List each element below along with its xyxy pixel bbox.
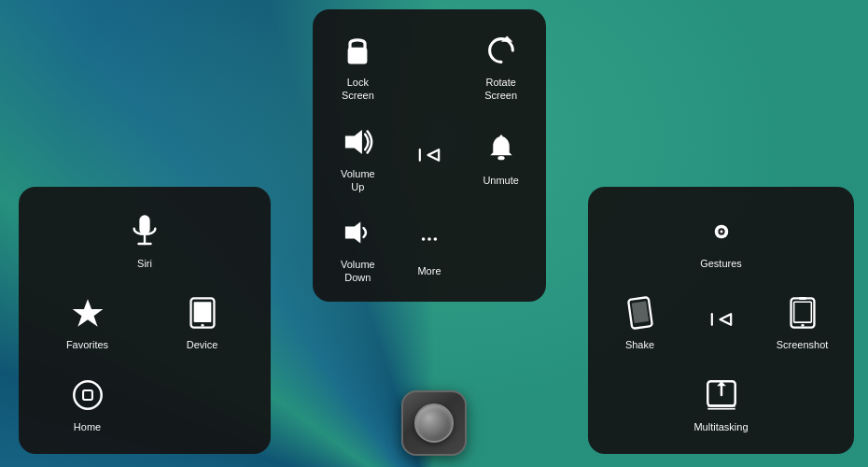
star-icon xyxy=(67,292,108,333)
screenshot-button[interactable]: Screenshot xyxy=(765,283,839,357)
volume-up-button[interactable]: VolumeUp xyxy=(324,112,392,200)
gestures-icon xyxy=(701,211,742,252)
right-panel: Gestures Shake Screens xyxy=(588,187,854,454)
back-icon xyxy=(409,134,450,176)
multitasking-label: Multitasking xyxy=(693,420,748,433)
tablet-icon xyxy=(182,292,223,333)
screenshot-label: Screenshot xyxy=(777,338,829,351)
svg-marker-7 xyxy=(345,222,360,244)
back2-button[interactable] xyxy=(684,283,758,357)
favorites-label: Favorites xyxy=(66,338,108,351)
volume-down-label: VolumeDown xyxy=(341,258,375,285)
lock-screen-button[interactable]: LockScreen xyxy=(324,21,392,108)
more-icon xyxy=(409,219,450,260)
svg-rect-0 xyxy=(348,48,368,64)
shake-icon xyxy=(620,292,661,333)
more-label: More xyxy=(417,264,441,277)
home-button-inner xyxy=(414,403,454,443)
svg-marker-2 xyxy=(345,130,362,154)
bell-icon xyxy=(481,128,522,169)
svg-marker-14 xyxy=(72,300,103,327)
favorites-button[interactable]: Favorites xyxy=(34,283,141,357)
gestures-label: Gestures xyxy=(700,257,742,270)
volume-up-icon xyxy=(337,121,378,163)
svg-point-22 xyxy=(720,231,722,234)
svg-point-18 xyxy=(74,381,101,408)
rotate-icon xyxy=(481,30,522,71)
back-button[interactable] xyxy=(396,112,464,200)
svg-point-30 xyxy=(801,324,804,327)
siri-label: Siri xyxy=(137,257,152,270)
more-button[interactable]: More xyxy=(396,203,464,290)
shake-label: Shake xyxy=(625,338,654,351)
svg-marker-25 xyxy=(720,315,731,326)
device-button[interactable]: Device xyxy=(148,283,256,357)
multitasking-icon xyxy=(701,375,742,416)
right-spacer-2 xyxy=(765,365,839,439)
lock-screen-label: LockScreen xyxy=(342,76,374,103)
svg-point-9 xyxy=(427,238,431,242)
mic-icon xyxy=(124,211,165,252)
svg-point-17 xyxy=(201,324,203,327)
center-spacer-2 xyxy=(467,203,535,290)
home-label: Home xyxy=(74,420,101,433)
multitasking-button[interactable]: Multitasking xyxy=(684,365,758,439)
home-hardware-button[interactable] xyxy=(401,390,467,456)
volume-down-icon xyxy=(337,212,378,253)
left-spacer xyxy=(148,365,256,439)
right-spacer xyxy=(603,365,677,439)
svg-rect-16 xyxy=(193,303,211,323)
rotate-screen-button[interactable]: RotateScreen xyxy=(467,21,535,108)
center-panel: LockScreen RotateScreen VolumeUp xyxy=(313,9,546,302)
svg-point-8 xyxy=(422,238,426,242)
volume-up-label: VolumeUp xyxy=(341,167,375,194)
svg-point-10 xyxy=(434,238,438,242)
lock-icon xyxy=(337,30,378,71)
svg-rect-6 xyxy=(499,134,502,137)
siri-button[interactable]: Siri xyxy=(34,202,256,276)
center-spacer-1 xyxy=(396,21,464,108)
svg-marker-3 xyxy=(428,149,440,161)
rotate-screen-label: RotateScreen xyxy=(484,76,517,103)
svg-rect-24 xyxy=(631,302,648,324)
svg-rect-28 xyxy=(793,303,811,323)
home-button-left[interactable]: Home xyxy=(34,365,141,439)
svg-point-5 xyxy=(497,156,504,160)
home-icon xyxy=(67,375,108,416)
unmute-label: Unmute xyxy=(483,174,519,187)
svg-rect-11 xyxy=(139,215,149,234)
left-panel: Siri Favorites Device Home xyxy=(19,187,271,454)
volume-down-button[interactable]: VolumeDown xyxy=(324,203,392,290)
device-label: Device xyxy=(187,338,218,351)
svg-rect-29 xyxy=(799,297,806,300)
shake-button[interactable]: Shake xyxy=(603,283,677,357)
screenshot-icon xyxy=(782,292,823,333)
unmute-button[interactable]: Unmute xyxy=(467,112,535,200)
back2-icon xyxy=(701,299,742,340)
svg-rect-19 xyxy=(83,390,92,400)
gestures-button[interactable]: Gestures xyxy=(603,202,839,276)
